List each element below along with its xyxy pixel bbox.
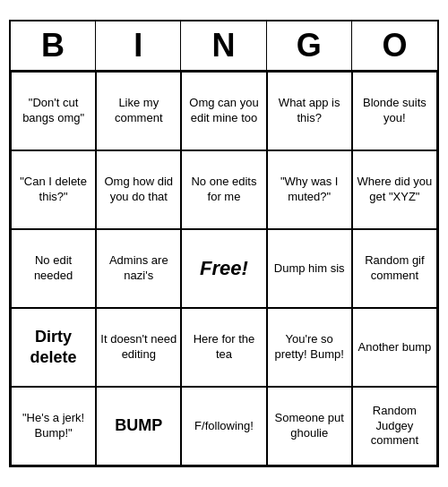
bingo-cell-12: Free!: [181, 229, 266, 308]
bingo-cell-18: You're so pretty! Bump!: [267, 308, 352, 387]
bingo-cell-11: Admins are nazi's: [96, 229, 181, 308]
bingo-cell-13: Dump him sis: [267, 229, 352, 308]
bingo-cell-23: Someone put ghoulie: [267, 387, 352, 466]
bingo-cell-21: BUMP: [96, 387, 181, 466]
bingo-cell-1: Like my comment: [96, 72, 181, 150]
bingo-header: BINGO: [11, 21, 437, 72]
bingo-letter-b: B: [11, 21, 96, 70]
bingo-cell-22: F/following!: [181, 387, 266, 466]
bingo-cell-14: Random gif comment: [352, 229, 437, 308]
bingo-cell-4: Blonde suits you!: [352, 72, 437, 150]
bingo-card: BINGO "Don't cut bangs omg"Like my comme…: [9, 20, 439, 467]
bingo-cell-19: Another bump: [352, 308, 437, 387]
bingo-letter-o: O: [352, 21, 437, 70]
bingo-letter-i: I: [96, 21, 181, 70]
bingo-cell-9: Where did you get "XYZ": [352, 150, 437, 229]
bingo-cell-2: Omg can you edit mine too: [181, 72, 266, 150]
bingo-cell-7: No one edits for me: [181, 150, 266, 229]
bingo-cell-17: Here for the tea: [181, 308, 266, 387]
bingo-cell-3: What app is this?: [267, 72, 352, 150]
bingo-cell-15: Dirty delete: [11, 308, 96, 387]
bingo-cell-5: "Can I delete this?": [11, 150, 96, 229]
bingo-letter-n: N: [181, 21, 266, 70]
bingo-cell-6: Omg how did you do that: [96, 150, 181, 229]
bingo-letter-g: G: [267, 21, 352, 70]
bingo-cell-24: Random Judgey comment: [352, 387, 437, 466]
bingo-cell-8: "Why was I muted?": [267, 150, 352, 229]
bingo-cell-10: No edit needed: [11, 229, 96, 308]
bingo-cell-0: "Don't cut bangs omg": [11, 72, 96, 150]
bingo-grid: "Don't cut bangs omg"Like my commentOmg …: [11, 72, 437, 466]
bingo-cell-16: It doesn't need editing: [96, 308, 181, 387]
bingo-cell-20: "He's a jerk! Bump!": [11, 387, 96, 466]
